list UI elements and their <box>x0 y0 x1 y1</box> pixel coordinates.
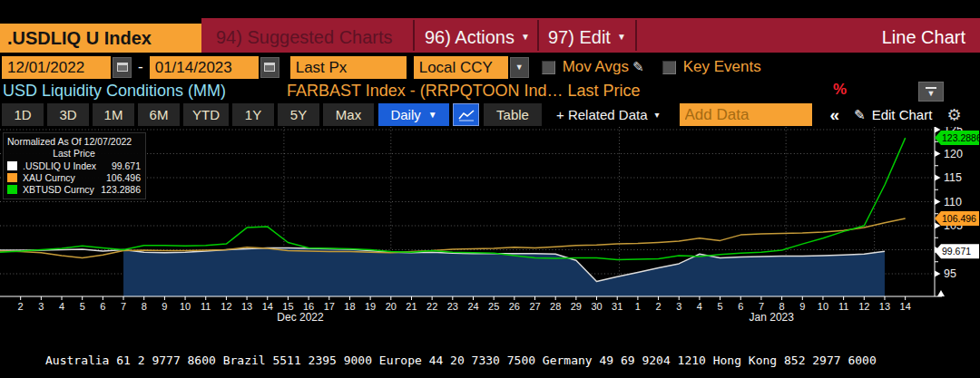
svg-text:6: 6 <box>738 301 743 312</box>
svg-text:Dec 2022: Dec 2022 <box>277 311 324 321</box>
svg-text:14: 14 <box>900 301 911 312</box>
period-selector[interactable]: Daily ▼ <box>378 103 449 126</box>
svg-text:99.671: 99.671 <box>942 246 971 257</box>
svg-text:Jan 2023: Jan 2023 <box>750 311 795 321</box>
actions-label: 96) Actions <box>425 22 514 53</box>
svg-text:6: 6 <box>100 301 105 312</box>
svg-text:120: 120 <box>944 148 963 160</box>
range-button-1d[interactable]: 1D <box>2 103 44 126</box>
price-badge-0: 99.671 <box>935 244 979 258</box>
svg-text:3: 3 <box>676 301 681 312</box>
price-field-selector[interactable]: Last Px <box>290 56 407 79</box>
gear-icon[interactable]: ⚙ <box>946 105 961 125</box>
chart-canvas: 2345678910111213141516171819202122232425… <box>0 127 980 321</box>
title-bar-separator <box>413 20 415 51</box>
svg-text:24: 24 <box>467 301 478 312</box>
pencil-icon[interactable]: ✎ <box>632 59 644 75</box>
title-bar-separator <box>635 20 637 51</box>
legend-item[interactable]: XAU Curncy106.496 <box>7 171 141 183</box>
date-to-input[interactable] <box>150 56 259 79</box>
line-chart-view-button[interactable] <box>453 103 479 126</box>
table-view-button[interactable]: Table <box>484 103 542 126</box>
subtitle-row: USD Liquidity Conditions (MM) FARBAST In… <box>0 80 980 102</box>
related-data-label: + Related Data <box>556 107 647 122</box>
svg-text:1: 1 <box>635 301 641 312</box>
svg-text:11: 11 <box>201 301 211 312</box>
legend-item[interactable]: XBTUSD Curncy123.2886 <box>7 183 141 195</box>
add-data-input[interactable] <box>680 103 812 126</box>
related-data-button[interactable]: + Related Data ▾ <box>556 103 660 126</box>
key-events-checkbox[interactable] <box>662 61 676 74</box>
svg-text:106.496: 106.496 <box>942 213 976 224</box>
svg-text:14: 14 <box>262 301 273 312</box>
edit-label: 97) Edit <box>548 22 611 53</box>
svg-text:9: 9 <box>799 301 805 312</box>
svg-text:12: 12 <box>858 301 869 312</box>
svg-text:13: 13 <box>241 301 252 312</box>
legend-swatch <box>7 161 17 170</box>
chevron-down-icon: ▾ <box>654 110 659 120</box>
svg-text:13: 13 <box>879 301 890 312</box>
svg-text:27: 27 <box>529 301 540 312</box>
axis-options-dropdown-button[interactable]: ▼ <box>918 82 944 102</box>
range-button-max[interactable]: Max <box>323 103 374 126</box>
chart-type-label: Line Chart <box>882 22 965 53</box>
calendar-from-button[interactable] <box>113 57 132 78</box>
percent-toggle[interactable]: % <box>833 81 847 99</box>
svg-text:30: 30 <box>591 301 602 312</box>
svg-text:4: 4 <box>59 301 64 312</box>
legend-swatch <box>7 185 17 194</box>
chart-toolbar: 1D3D1M6MYTD1Y5YMax Daily ▼ Table + Relat… <box>0 102 980 127</box>
legend-items: .USDLIQ U Index99.671XAU Curncy106.496XB… <box>7 160 141 195</box>
chevron-down-icon: ▼ <box>521 22 530 53</box>
controls-row: - Last Px Local CCY ▼ Mov Avgs ✎ Key Eve… <box>0 54 980 80</box>
svg-text:2: 2 <box>18 301 24 312</box>
legend-series-name: .USDLIQ U Index <box>23 160 112 171</box>
legend-item[interactable]: .USDLIQ U Index99.671 <box>7 160 141 171</box>
currency-selector[interactable]: Local CCY <box>414 56 508 79</box>
key-events-label: Key Events <box>683 58 761 76</box>
pencil-icon: ✎ <box>854 107 866 123</box>
svg-text:3: 3 <box>38 301 44 312</box>
chevron-down-icon: ▼ <box>515 63 524 72</box>
edit-chart-button[interactable]: ✎ Edit Chart <box>854 107 932 123</box>
price-badge-1: 106.496 <box>935 211 979 226</box>
svg-text:110: 110 <box>944 196 962 208</box>
svg-text:25: 25 <box>488 301 499 312</box>
legend-normalized-label: Normalized As Of 12/07/2022 <box>7 136 141 148</box>
legend-series-name: XAU Curncy <box>23 172 106 183</box>
svg-text:26: 26 <box>509 301 520 312</box>
date-from-input[interactable] <box>2 56 111 79</box>
collapse-panel-button[interactable]: « <box>830 105 840 125</box>
range-button-1y[interactable]: 1Y <box>232 103 274 126</box>
svg-text:29: 29 <box>571 301 582 312</box>
range-button-3d[interactable]: 3D <box>47 103 89 126</box>
chart-legend[interactable]: Normalized As Of 12/07/2022 Last Price .… <box>3 132 146 199</box>
ticker-tab[interactable]: .USDLIQ U Index <box>0 24 201 53</box>
chart-area[interactable]: 2345678910111213141516171819202122232425… <box>0 127 980 321</box>
mov-avgs-checkbox[interactable] <box>542 61 555 74</box>
svg-text:4: 4 <box>697 301 702 312</box>
menu-edit[interactable]: 97) Edit ▼ <box>548 22 626 53</box>
calendar-to-button[interactable] <box>260 57 279 78</box>
svg-text:17: 17 <box>324 301 335 312</box>
range-button-ytd[interactable]: YTD <box>183 103 229 126</box>
svg-text:28: 28 <box>550 301 561 312</box>
range-button-1m[interactable]: 1M <box>93 103 134 126</box>
title-bar-separator <box>537 20 539 51</box>
svg-text:5: 5 <box>718 301 723 312</box>
svg-text:8: 8 <box>142 301 147 312</box>
period-label: Daily <box>390 107 420 122</box>
svg-text:11: 11 <box>838 301 848 312</box>
chevron-down-icon: ▼ <box>927 91 936 97</box>
range-button-6m[interactable]: 6M <box>138 103 180 126</box>
chevron-down-icon: ▼ <box>617 22 626 53</box>
range-button-5y[interactable]: 5Y <box>278 103 319 126</box>
currency-dropdown-button[interactable]: ▼ <box>510 57 529 78</box>
menu-actions[interactable]: 96) Actions ▼ <box>425 22 530 53</box>
range-button-group: 1D3D1M6MYTD1Y5YMax <box>2 103 374 126</box>
legend-series-value: 106.496 <box>106 172 141 183</box>
menu-suggested-charts[interactable]: 94) Suggested Charts <box>216 22 393 53</box>
terminal-footer: Australia 61 2 9777 8600 Brazil 5511 239… <box>0 321 980 378</box>
line-chart-icon <box>457 109 475 121</box>
